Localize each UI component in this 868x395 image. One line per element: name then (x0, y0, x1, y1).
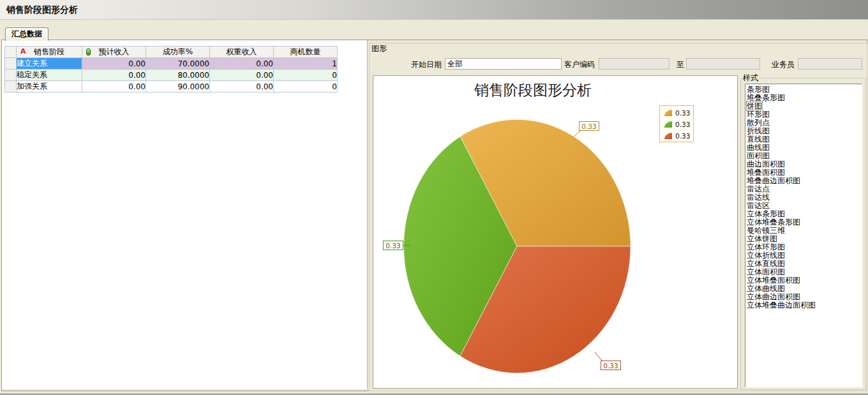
col-header-count[interactable]: 商机数量 (274, 47, 338, 58)
to-label: 至 (677, 60, 684, 69)
slice-label: 0.33 (385, 242, 400, 250)
table-header-row: A 销售阶段 预计收入 成功率% 权重收入 商机数量 (5, 47, 338, 58)
cell[interactable]: 0.00 (82, 70, 146, 81)
table-row: 稳定关系 0.00 80.0000 0.00 0 (5, 70, 338, 81)
col-header-label: 商机数量 (290, 47, 321, 56)
pie-chart: 销售阶段图形分析 0.33 0.33 0.33 (373, 76, 737, 388)
chart-style-listbox: 条形图 堆叠条形图 饼图 环形图 散列点 折线图 直线图 曲线图 面积图 曲边面… (745, 84, 862, 387)
col-header-label: 权重收入 (227, 47, 257, 56)
slice-label: 0.33 (603, 362, 618, 369)
salesman-label: 业务员 (772, 60, 795, 69)
table-row: 加强关系 0.00 90.0000 0.00 0 (5, 81, 338, 93)
style-groupbox-label: 样式 (742, 73, 760, 82)
grid-area (2, 40, 368, 389)
cell[interactable]: 0.00 (210, 58, 274, 70)
tab-summary-data[interactable]: 汇总数据 (5, 27, 49, 41)
legend-entry: 0.33 (675, 132, 690, 140)
content-panel: A 销售阶段 预计收入 成功率% 权重收入 商机数量 (1, 40, 867, 391)
col-header-stage[interactable]: A 销售阶段 (17, 47, 82, 58)
table-row: 建立关系 0.00 70.0000 0.00 1 (5, 58, 338, 70)
start-date-label: 开始日期 (411, 60, 442, 69)
col-header-label: 成功率% (163, 47, 193, 56)
chart-container: 销售阶段图形分析 0.33 0.33 0.33 (373, 75, 738, 389)
start-date-input[interactable] (445, 58, 562, 70)
col-header-label: 预计收入 (99, 47, 130, 56)
cell[interactable]: 0.00 (82, 58, 146, 70)
page-title: 销售阶段图形分析 (6, 4, 78, 16)
window-titlebar: 销售阶段图形分析 (0, 0, 868, 20)
graph-groupbox-label: 图形 (370, 44, 388, 53)
cell[interactable]: 0.00 (210, 70, 274, 81)
cell[interactable]: 0.00 (82, 81, 146, 93)
style-option[interactable]: 堆叠条形图 (745, 94, 862, 102)
cell[interactable]: 0 (274, 81, 338, 93)
chart-legend: 0.33 0.33 0.33 (660, 106, 694, 142)
chart-title: 销售阶段图形分析 (474, 82, 592, 98)
style-option[interactable]: 立体堆叠曲边面积图 (745, 301, 862, 309)
cell[interactable]: 90.0000 (146, 81, 210, 93)
text-type-icon: A (20, 47, 26, 56)
col-header-success[interactable]: 成功率% (146, 47, 210, 58)
row-selector[interactable] (5, 70, 17, 81)
label-connector (574, 130, 581, 137)
row-selector-header[interactable] (5, 47, 17, 58)
row-selector[interactable] (5, 81, 17, 93)
customer-code-to-input[interactable] (686, 58, 760, 70)
cell[interactable]: 0 (274, 70, 338, 81)
col-header-weighted[interactable]: 权重收入 (210, 47, 274, 58)
cell[interactable]: 1 (274, 58, 338, 70)
row-selector[interactable] (5, 58, 17, 70)
cell[interactable]: 0.00 (210, 81, 274, 93)
col-header-expected[interactable]: 预计收入 (82, 47, 146, 58)
legend-entry: 0.33 (675, 121, 690, 128)
cell-stage[interactable]: 稳定关系 (17, 70, 82, 81)
salesman-input[interactable] (798, 58, 862, 70)
sales-stage-table: A 销售阶段 预计收入 成功率% 权重收入 商机数量 (4, 46, 338, 93)
number-type-icon (86, 48, 91, 56)
customer-code-label: 客户编码 (564, 60, 595, 69)
legend-entry: 0.33 (675, 109, 690, 117)
app-window: 销售阶段图形分析 汇总数据 A 销售阶段 预计收入 成功率% (0, 0, 868, 395)
cell-stage[interactable]: 加强关系 (17, 81, 82, 93)
cell[interactable]: 70.0000 (146, 58, 210, 70)
label-connector (595, 352, 602, 361)
cell-stage-selected[interactable]: 建立关系 (17, 58, 82, 70)
slice-label: 0.33 (581, 123, 596, 130)
col-header-label: 销售阶段 (34, 47, 64, 56)
cell[interactable]: 80.0000 (146, 70, 210, 81)
customer-code-input[interactable] (599, 58, 670, 70)
